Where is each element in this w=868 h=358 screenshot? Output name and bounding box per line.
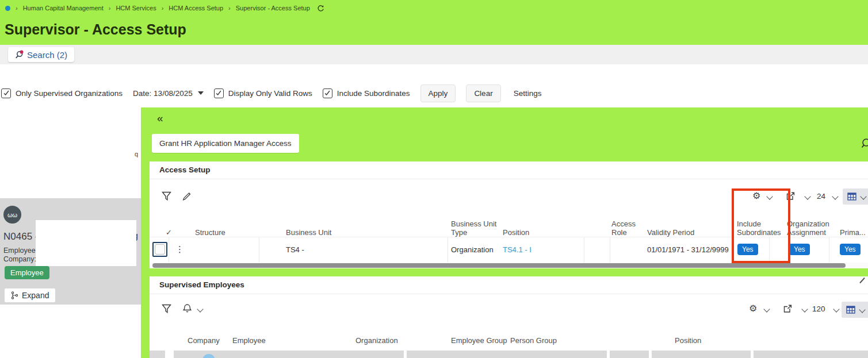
search-toolbar: Search (2) [0,45,868,64]
breadcrumb-item-current: Supervisor - Access Setup [236,5,310,11]
access-setup-panel: Access Setup ⚙ 24 [150,161,868,268]
apply-button[interactable]: Apply [420,84,456,102]
column-organization[interactable]: Organization [355,336,398,345]
column-company[interactable]: Company [188,336,220,345]
page-size-value[interactable]: 24 [817,192,825,201]
date-dropdown[interactable]: Date: 13/08/2025 [133,89,204,98]
grid-view-button[interactable] [843,188,868,205]
checkmark-icon [3,90,10,97]
gear-icon[interactable]: ⚙ [752,191,760,201]
employee-info-line: Employee I [3,247,40,255]
employee-card: ωω N0465 - g Employee I Company: Employe… [0,198,141,305]
page-size-value[interactable]: 120 [812,305,825,313]
edit-pencil-icon[interactable] [182,191,192,201]
chevron-down-icon[interactable] [801,306,808,312]
title-bar: Supervisor - Access Setup [0,16,868,45]
column-position[interactable]: Position [503,228,529,237]
employee-code: N0465 - [3,231,38,242]
breadcrumb-item[interactable]: HCM Services [116,5,156,11]
column-access-role[interactable]: Access Role [611,220,641,237]
column-employee-group[interactable]: Employee Group [451,336,507,345]
column-business-unit-type[interactable]: Business Unit Type [451,220,498,237]
chevron-down-icon [860,193,866,199]
refresh-icon[interactable] [317,5,324,12]
supervised-employees-panel: Supervised Employees ⚙ 120 [150,276,868,358]
column-select-all[interactable]: ✓ [166,228,172,237]
display-valid-checkbox-group: Display Only Valid Rows [214,88,312,98]
collapse-panel-icon[interactable]: « [157,112,163,125]
filter-bar: Only Supervised Organizations Date: 13/0… [0,64,868,107]
filter-icon[interactable] [162,304,171,314]
table-row[interactable]: ⋮ TS4 - Organization TS4.1 - I 01/01/197… [150,237,868,264]
breadcrumb: › Human Capital Management › HCM Service… [0,0,868,16]
chevron-down-icon[interactable] [197,306,203,312]
breadcrumb-item[interactable]: HCM Access Setup [169,5,223,11]
table-grid-icon [846,306,855,314]
date-label: Date: 13/08/2025 [133,89,193,98]
company-label: Company: [3,255,36,263]
chevron-down-icon[interactable] [804,193,810,199]
breadcrumb-separator: › [109,5,111,11]
table-header-row: Company Employee Organization Employee G… [150,330,868,350]
include-subordinates-checkbox-group: Include Subordinates [323,88,410,98]
checkmark-icon [215,90,222,97]
grant-access-button[interactable]: Grant HR Application Manager Access [152,134,299,153]
column-business-unit[interactable]: Business Unit [286,228,331,237]
display-valid-checkbox[interactable] [214,88,224,98]
table-row-partial[interactable] [150,351,868,358]
table-header-row: ✓ Structure Business Unit Business Unit … [150,210,868,237]
grid-view-button[interactable] [842,302,868,318]
cell-position-link[interactable]: TS4.1 - I [503,245,531,254]
chevron-down-icon[interactable] [832,193,838,199]
chevron-down-icon [859,306,865,313]
access-setup-title: Access Setup [150,161,868,179]
only-supervised-checkbox-group: Only Supervised Organizations [1,88,123,98]
employee-status-badge: Employee [5,266,49,279]
include-subordinates-badge: Yes [737,244,758,255]
column-position[interactable]: Position [675,336,701,345]
bell-icon[interactable] [182,303,192,314]
settings-link[interactable]: Settings [511,89,544,98]
column-employee[interactable]: Employee [232,336,266,345]
redaction-overlay [36,220,136,266]
home-dot-icon[interactable] [5,6,10,11]
chevron-down-icon[interactable] [833,306,839,312]
primary-badge: Yes [840,244,861,255]
search-pinned-icon [15,50,24,59]
include-subordinates-checkbox[interactable] [323,88,332,98]
avatar-initials: ωω [7,211,17,218]
export-icon[interactable] [783,304,793,314]
column-organization-assignment[interactable]: Organization Assignment [787,220,840,237]
column-person-group[interactable]: Person Group [510,336,557,345]
expand-button[interactable]: Expand [5,288,55,302]
only-supervised-checkbox[interactable] [1,88,11,98]
breadcrumb-item[interactable]: Human Capital Management [23,5,104,11]
export-icon[interactable] [786,191,796,201]
caret-down-icon [198,91,204,95]
row-menu-icon[interactable]: ⋮ [175,244,184,255]
gear-icon[interactable]: ⚙ [749,304,757,313]
clear-button[interactable]: Clear [466,84,500,102]
column-validity-period[interactable]: Validity Period [647,228,694,237]
hierarchy-icon [11,291,18,299]
chevron-down-icon[interactable] [763,306,770,312]
horizontal-scrollbar[interactable] [150,263,868,268]
employee-sidebar: q ωω N0465 - g Employee I Company: Emplo… [0,107,141,358]
table-grid-icon [847,193,856,201]
cell-validity-period: 01/01/1971 - 31/12/9999 [647,245,729,254]
column-include-subordinates[interactable]: Include Subordinates [737,220,790,237]
app-window: › Human Capital Management › HCM Service… [0,0,868,358]
expand-label: Expand [22,291,49,300]
search-button[interactable]: Search (2) [8,47,74,62]
breadcrumb-separator: › [162,5,164,11]
filter-icon[interactable] [162,191,171,201]
column-structure[interactable]: Structure [195,228,225,237]
cell-business-unit-type: Organization [451,245,494,254]
organization-assignment-badge: Yes [789,244,810,255]
row-checkbox[interactable] [152,242,167,257]
search-icon[interactable] [861,138,868,149]
employee-avatar: ωω [3,206,21,224]
chevron-down-icon[interactable] [766,193,773,199]
column-primary[interactable]: Prima... [840,228,866,237]
scrollbar-thumb[interactable] [152,263,846,268]
